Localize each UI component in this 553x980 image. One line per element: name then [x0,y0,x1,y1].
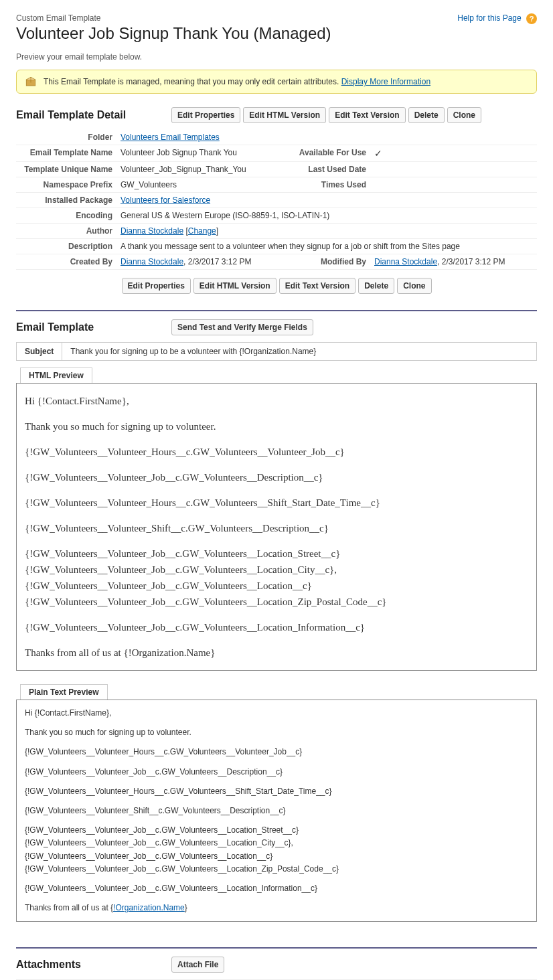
html-line: Thank you so much for signing up to volu… [25,418,528,434]
created-by-link[interactable]: Dianna Stockdale [121,257,183,266]
description-label: Description [16,239,116,254]
available-check-icon: ✓ [374,148,382,159]
unique-value: Volunteer_Job_Signup_Thank_You [116,162,283,177]
last-used-value [370,162,537,177]
plain-preview-tab[interactable]: Plain Text Preview [20,684,108,700]
plain-line: {!GW_Volunteers__Volunteer_Job__c.GW_Vol… [25,882,528,895]
last-used-label: Last Used Date [283,162,370,177]
modified-by-date: , 2/3/2017 3:12 PM [437,257,505,266]
managed-info-box: This Email Template is managed, meaning … [16,70,537,94]
detail-button-row-bottom: Edit Properties Edit HTML Version Edit T… [16,278,537,294]
name-value: Volunteer Job Signup Thank You [116,145,283,162]
edit-properties-button[interactable]: Edit Properties [171,107,240,123]
plain-line: {!GW_Volunteers__Volunteer_Hours__c.GW_V… [25,785,528,798]
edit-properties-button-2[interactable]: Edit Properties [122,278,191,294]
clone-button-2[interactable]: Clone [397,278,431,294]
help-icon[interactable]: ? [526,13,537,24]
author-link[interactable]: Dianna Stockdale [121,226,183,236]
subject-value: Thank you for signing up to be a volunte… [62,343,324,360]
modified-by-link[interactable]: Dianna Stockdale [374,257,437,266]
package-label: Installed Package [16,193,116,208]
description-value: A thank you message sent to a volunteer … [116,239,537,254]
namespace-value: GW_Volunteers [116,177,283,193]
plain-preview-box: Hi {!Contact.FirstName}, Thank you so mu… [16,700,537,922]
plain-line: Thank you so much for signing up to volu… [25,726,528,739]
html-line: {!GW_Volunteers__Volunteer_Hours__c.GW_V… [25,495,528,511]
author-change-link[interactable]: Change [188,226,216,236]
delete-button[interactable]: Delete [408,107,445,123]
section-divider [16,310,537,311]
info-message: This Email Template is managed, meaning … [44,77,341,86]
help-link[interactable]: Help for this Page ? [457,13,537,24]
plain-line: {!GW_Volunteers__Volunteer_Job__c.GW_Vol… [25,824,528,876]
help-text[interactable]: Help for this Page [457,13,521,23]
html-preview-box: Hi {!Contact.FirstName}, Thank you so mu… [16,383,537,671]
send-test-button[interactable]: Send Test and Verify Merge Fields [171,319,313,335]
folder-link[interactable]: Volunteers Email Templates [121,133,220,142]
detail-button-row: Edit Properties Edit HTML Version Edit T… [171,107,481,123]
unique-label: Template Unique Name [16,162,116,177]
package-icon [25,76,37,88]
org-name-link[interactable]: !Organization.Name [113,903,185,912]
html-line: {!GW_Volunteers__Volunteer_Job__c.GW_Vol… [25,619,528,635]
edit-text-button[interactable]: Edit Text Version [329,107,405,123]
detail-table: Folder Volunteers Email Templates Email … [16,130,537,270]
html-line: Thanks from all of us at {!Organization.… [25,645,528,661]
html-line: Hi {!Contact.FirstName}, [25,393,528,409]
template-section-title: Email Template [16,321,163,333]
html-line: {!GW_Volunteers__Volunteer_Job__c.GW_Vol… [25,469,528,485]
encoding-value: General US & Western Europe (ISO-8859-1,… [116,208,537,224]
package-link[interactable]: Volunteers for Salesforce [121,195,210,205]
html-line: {!GW_Volunteers__Volunteer_Hours__c.GW_V… [25,444,528,460]
subject-row: Subject Thank you for signing up to be a… [16,342,537,361]
plain-line: {!GW_Volunteers__Volunteer_Shift__c.GW_V… [25,805,528,817]
preview-subtitle: Preview your email template below. [16,52,537,62]
subject-label: Subject [17,343,62,360]
display-more-link[interactable]: Display More Information [341,77,430,86]
namespace-label: Namespace Prefix [16,177,116,193]
edit-html-button-2[interactable]: Edit HTML Version [193,278,276,294]
section-divider-2 [16,947,537,949]
name-label: Email Template Name [16,145,116,162]
created-by-date: , 2/3/2017 3:12 PM [183,257,251,266]
attachments-section-title: Attachments [16,959,163,971]
encoding-label: Encoding [16,208,116,224]
html-line: {!GW_Volunteers__Volunteer_Job__c.GW_Vol… [25,546,528,610]
clone-button[interactable]: Clone [447,107,481,123]
modified-by-label: Modified By [283,254,370,270]
page-title: Volunteer Job Signup Thank You (Managed) [16,24,537,43]
created-by-label: Created By [16,254,116,270]
attach-file-button[interactable]: Attach File [171,957,224,973]
available-label: Available For Use [283,145,370,162]
html-line: {!GW_Volunteers__Volunteer_Shift__c.GW_V… [25,520,528,536]
times-used-value [370,177,537,193]
folder-label: Folder [16,130,116,145]
edit-html-button[interactable]: Edit HTML Version [243,107,326,123]
times-used-label: Times Used [283,177,370,193]
html-preview-tab[interactable]: HTML Preview [20,368,92,383]
plain-line: Thanks from all of us at {!Organization.… [25,902,528,914]
detail-section-title: Email Template Detail [16,109,163,121]
plain-line: Hi {!Contact.FirstName}, [25,707,528,720]
edit-text-button-2[interactable]: Edit Text Version [279,278,356,294]
author-label: Author [16,224,116,239]
plain-line: {!GW_Volunteers__Volunteer_Job__c.GW_Vol… [25,766,528,779]
delete-button-2[interactable]: Delete [358,278,394,294]
plain-line: {!GW_Volunteers__Volunteer_Hours__c.GW_V… [25,746,528,758]
page-header: Custom Email Template Volunteer Job Sign… [16,13,537,43]
